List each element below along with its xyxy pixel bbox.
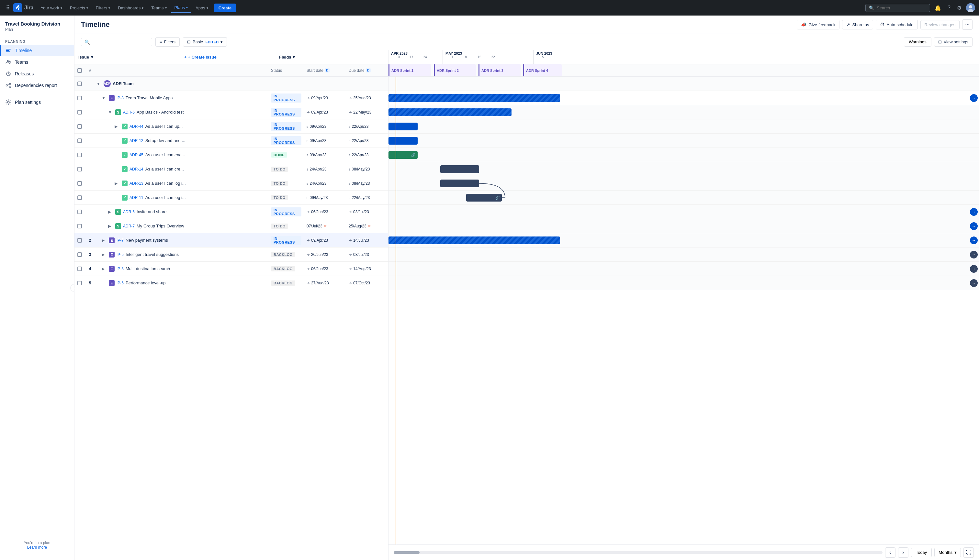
scroll-right-arrow[interactable]: →	[970, 279, 978, 287]
issue-key[interactable]: IP-3	[117, 267, 124, 271]
issue-summary[interactable]: New payment systems	[125, 238, 168, 243]
expand-icon[interactable]: ▼	[97, 82, 102, 86]
row-checkbox[interactable]	[77, 124, 82, 129]
issue-summary[interactable]: Invite and share	[137, 209, 167, 214]
issue-summary[interactable]: As a user I can ena...	[145, 152, 185, 157]
dashboards-nav[interactable]: Dashboards ▾	[115, 3, 147, 12]
sidebar-item-plan-settings[interactable]: Plan settings	[0, 97, 74, 108]
settings-icon[interactable]: ⚙	[955, 3, 964, 13]
issue-key[interactable]: IP-7	[117, 238, 124, 243]
issue-key[interactable]: ADR-45	[130, 153, 144, 157]
row-checkbox[interactable]	[77, 195, 82, 200]
expand-icon[interactable]: ▶	[115, 181, 120, 186]
grid-icon[interactable]: ⠿	[4, 2, 12, 13]
scroll-right-arrow[interactable]: →	[970, 222, 978, 230]
scroll-right-arrow[interactable]: →	[970, 94, 978, 102]
row-checkbox[interactable]	[77, 110, 82, 115]
fields-column-header[interactable]: Fields ▾	[275, 55, 389, 60]
issue-key[interactable]: ADR-44	[130, 124, 144, 129]
issue-summary[interactable]: As a user I can log i...	[145, 195, 186, 200]
expand-icon[interactable]: ▶	[115, 124, 120, 129]
filter-search-box[interactable]: 🔍	[81, 38, 152, 46]
date-x-icon[interactable]: ✕	[324, 224, 327, 228]
gantt-scrollbar-thumb[interactable]	[394, 551, 419, 554]
row-checkbox[interactable]	[77, 167, 82, 172]
issue-summary[interactable]: Intelligent travel suggestions	[125, 252, 179, 257]
gantt-next-button[interactable]: ›	[898, 547, 909, 558]
gantt-prev-button[interactable]: ‹	[885, 547, 895, 558]
expand-icon[interactable]: ▶	[102, 252, 107, 257]
issue-summary[interactable]: Performance level-up	[125, 280, 166, 285]
your-work-nav[interactable]: Your work ▾	[37, 3, 65, 12]
gantt-fullscreen-button[interactable]: ⛶	[964, 547, 974, 558]
scroll-right-arrow[interactable]: →	[970, 237, 978, 244]
sidebar-item-timeline[interactable]: Timeline	[0, 45, 74, 56]
date-x-icon[interactable]: ✕	[368, 224, 371, 228]
due-col-header[interactable]: Due date D	[346, 68, 388, 73]
filters-button[interactable]: ≡ Filters	[155, 37, 180, 47]
expand-icon[interactable]: ▶	[102, 238, 107, 243]
issue-summary[interactable]: As a user I can cre...	[145, 167, 184, 172]
expand-icon[interactable]: ▼	[108, 110, 113, 115]
logo[interactable]: Jira	[13, 3, 33, 12]
avatar[interactable]	[966, 3, 975, 12]
issue-summary[interactable]: App Basics - Android test	[137, 110, 184, 115]
issue-summary[interactable]: As a user I can log i...	[145, 181, 186, 186]
plans-nav[interactable]: Plans ▾	[171, 3, 191, 13]
basic-filter-button[interactable]: ⊟ Basic EDITED ▾	[183, 37, 227, 47]
help-icon[interactable]: ?	[946, 3, 952, 13]
expand-icon[interactable]: ▶	[108, 210, 113, 214]
auto-schedule-button[interactable]: ⏱ Auto-schedule	[876, 20, 917, 30]
teams-nav[interactable]: Teams ▾	[148, 3, 170, 12]
row-checkbox[interactable]	[77, 138, 82, 143]
row-checkbox[interactable]	[77, 153, 82, 157]
filter-search-input[interactable]	[92, 40, 144, 44]
review-changes-button[interactable]: Review changes	[921, 20, 960, 30]
issue-key[interactable]: ADR-7	[123, 224, 135, 228]
warnings-button[interactable]: Warnings	[904, 37, 931, 47]
scroll-right-arrow[interactable]: →	[970, 265, 978, 273]
share-as-button[interactable]: ↗ Share as	[842, 20, 873, 30]
issue-key[interactable]: IP-6	[117, 281, 124, 285]
expand-icon[interactable]: ▶	[102, 267, 107, 271]
row-checkbox[interactable]	[77, 82, 82, 86]
issue-key[interactable]: ADR-6	[123, 210, 135, 214]
sidebar-item-dependencies[interactable]: Dependencies report	[0, 80, 74, 91]
view-settings-button[interactable]: ⊞ View settings	[934, 37, 972, 47]
row-checkbox[interactable]	[77, 210, 82, 214]
issue-key[interactable]: ADR-13	[130, 181, 144, 186]
row-checkbox[interactable]	[77, 181, 82, 186]
row-checkbox[interactable]	[77, 224, 82, 228]
notifications-icon[interactable]: 🔔	[933, 3, 943, 13]
scroll-right-arrow[interactable]: →	[970, 251, 978, 258]
create-button[interactable]: Create	[214, 3, 236, 12]
gantt-today-button[interactable]: Today	[911, 548, 932, 557]
row-checkbox[interactable]	[77, 267, 82, 271]
row-checkbox[interactable]	[77, 238, 82, 243]
issue-summary[interactable]: Setup dev and and ...	[145, 138, 185, 143]
sidebar-collapse-button[interactable]: ‹	[70, 284, 74, 292]
filters-nav[interactable]: Filters ▾	[93, 3, 113, 12]
issue-column-header[interactable]: Issue ▾ + + Create issue	[74, 55, 275, 60]
issue-key[interactable]: IP-5	[117, 252, 124, 257]
issue-key[interactable]: ADR-12	[130, 138, 144, 143]
scroll-right-arrow[interactable]: →	[970, 208, 978, 216]
select-all-checkbox[interactable]	[77, 68, 82, 73]
issue-key[interactable]: ADR-14	[130, 167, 144, 172]
issue-key[interactable]: IP-8	[117, 96, 124, 100]
search-box[interactable]: 🔍	[865, 4, 930, 12]
projects-nav[interactable]: Projects ▾	[67, 3, 91, 12]
row-checkbox[interactable]	[77, 281, 82, 285]
issue-summary[interactable]: As a user I can up...	[145, 124, 183, 129]
learn-more-link[interactable]: Learn more	[27, 545, 47, 550]
give-feedback-button[interactable]: 📣 Give feedback	[797, 20, 839, 30]
create-issue-button[interactable]: + + Create issue	[180, 55, 271, 60]
sidebar-item-releases[interactable]: Releases	[0, 68, 74, 80]
issue-summary[interactable]: My Group Trips Overview	[137, 223, 184, 228]
issue-key[interactable]: ADR-5	[123, 110, 135, 115]
apps-nav[interactable]: Apps ▾	[192, 3, 211, 12]
more-actions-button[interactable]: ···	[962, 19, 972, 30]
row-checkbox[interactable]	[77, 96, 82, 100]
expand-icon[interactable]: ▶	[108, 224, 113, 228]
sidebar-item-teams[interactable]: Teams	[0, 56, 74, 68]
